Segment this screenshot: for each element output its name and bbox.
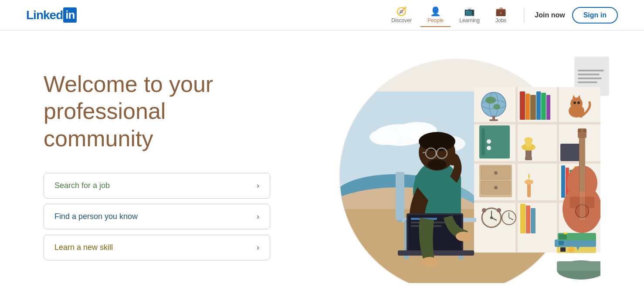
svg-rect-87 [396, 172, 404, 220]
illustration [313, 48, 609, 283]
svg-point-61 [482, 208, 486, 212]
main-svg-illustration [313, 48, 600, 283]
svg-point-32 [570, 98, 583, 110]
people-icon: 👤 [430, 6, 441, 17]
svg-point-82 [583, 129, 586, 132]
right-illustration [270, 48, 609, 283]
svg-rect-29 [541, 93, 546, 120]
nav-jobs-label: Jobs [495, 17, 506, 24]
chevron-right-icon-job: › [257, 181, 259, 190]
discover-icon: 🧭 [396, 6, 407, 17]
action-learn-skill-label: Learn a new skill [54, 243, 113, 252]
sign-in-button[interactable]: Sign in [572, 7, 618, 24]
nav-items: 🧭 Discover 👤 People 📺 Learning 💼 Jobs [384, 3, 513, 27]
header: Linkedin 🧭 Discover 👤 People 📺 Learning … [0, 0, 644, 30]
nav-discover-label: Discover [391, 17, 412, 24]
nav-divider [524, 8, 524, 22]
svg-rect-67 [526, 206, 530, 233]
svg-rect-16 [515, 87, 518, 253]
svg-rect-28 [536, 91, 541, 120]
svg-point-39 [487, 139, 491, 144]
nav-discover[interactable]: 🧭 Discover [384, 3, 419, 27]
svg-rect-52 [561, 165, 565, 198]
svg-point-5 [369, 129, 400, 145]
action-search-job[interactable]: Search for a job › [44, 173, 270, 199]
svg-rect-108 [559, 234, 567, 239]
learning-icon: 📺 [464, 6, 475, 17]
logo-in: in [63, 7, 77, 23]
svg-point-103 [421, 257, 438, 267]
svg-rect-102 [398, 250, 474, 256]
svg-point-40 [487, 146, 491, 150]
nav-learning-label: Learning [459, 17, 480, 24]
svg-rect-38 [481, 128, 485, 155]
svg-point-21 [485, 97, 496, 104]
action-learn-skill[interactable]: Learn a new skill › [44, 235, 270, 260]
nav-people[interactable]: 👤 People [420, 3, 451, 27]
linkedin-logo[interactable]: Linkedin [26, 7, 77, 23]
nav-jobs[interactable]: 💼 Jobs [488, 3, 513, 27]
svg-point-51 [525, 179, 533, 185]
main-headline: Welcome to your professional community [44, 71, 270, 152]
svg-point-62 [497, 208, 501, 212]
svg-point-22 [493, 104, 500, 109]
svg-rect-68 [531, 208, 536, 233]
svg-point-48 [494, 171, 498, 175]
action-find-person[interactable]: Find a person you know › [44, 204, 270, 229]
headline-line1: Welcome to your [44, 71, 213, 97]
svg-rect-116 [557, 261, 600, 271]
svg-point-35 [573, 101, 576, 104]
svg-point-81 [578, 129, 581, 132]
svg-point-96 [447, 153, 459, 165]
svg-rect-13 [474, 122, 600, 125]
svg-point-113 [568, 246, 574, 253]
join-now-button[interactable]: Join now [528, 8, 572, 23]
svg-rect-112 [560, 247, 566, 252]
svg-rect-24 [489, 119, 498, 121]
svg-point-74 [576, 205, 588, 217]
nav-people-label: People [427, 17, 444, 24]
chevron-right-icon-skill: › [257, 243, 259, 252]
svg-point-18 [481, 92, 506, 117]
svg-rect-25 [520, 91, 525, 120]
svg-point-36 [577, 101, 580, 104]
svg-point-91 [419, 132, 455, 151]
svg-rect-30 [546, 95, 550, 120]
svg-rect-43 [525, 157, 532, 160]
svg-point-104 [456, 232, 471, 241]
logo-text: Linked [26, 8, 63, 22]
left-section: Welcome to your professional community S… [44, 71, 270, 260]
main-nav: 🧭 Discover 👤 People 📺 Learning 💼 Jobs Jo… [384, 3, 618, 27]
svg-rect-111 [559, 241, 564, 245]
chevron-right-icon-person: › [257, 212, 259, 221]
action-list: Search for a job › Find a person you kno… [44, 173, 270, 260]
svg-rect-44 [560, 144, 580, 161]
svg-rect-66 [520, 204, 525, 233]
nav-learning[interactable]: 📺 Learning [452, 3, 487, 27]
svg-point-95 [427, 159, 447, 170]
action-find-person-label: Find a person you know [54, 212, 138, 221]
svg-rect-27 [530, 95, 536, 120]
svg-point-49 [494, 186, 498, 189]
headline-line2: professional community [44, 98, 166, 151]
main-content: Welcome to your professional community S… [0, 30, 644, 290]
svg-rect-17 [557, 87, 559, 253]
svg-rect-26 [525, 94, 530, 120]
jobs-icon: 💼 [495, 6, 506, 17]
action-search-job-label: Search for a job [54, 181, 110, 190]
svg-point-60 [490, 216, 493, 219]
